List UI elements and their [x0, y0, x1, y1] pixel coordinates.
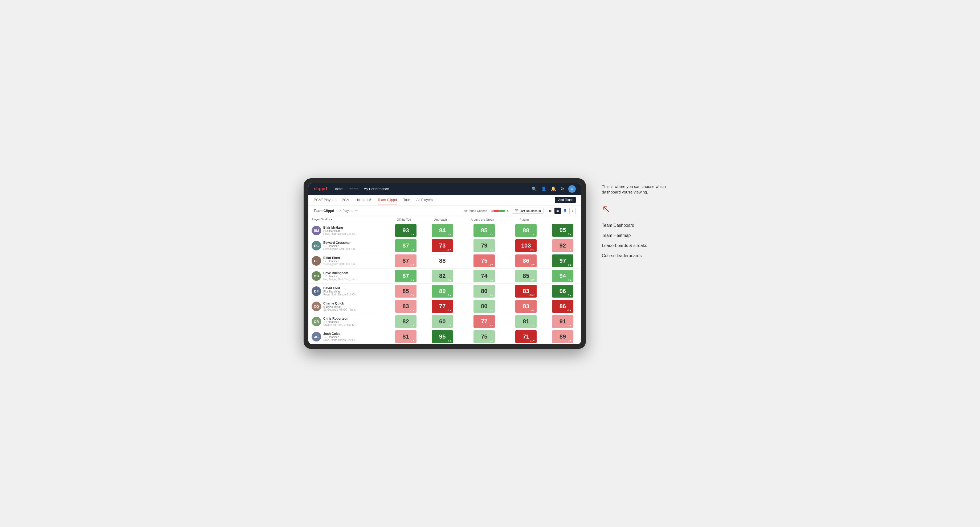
- subnav-tour[interactable]: Tour: [403, 198, 410, 205]
- score-cell-putting[interactable]: 89-2▼: [544, 329, 581, 344]
- score-cell-quality[interactable]: 871▲: [387, 238, 424, 253]
- score-cell-around-green[interactable]: 814▲: [508, 314, 544, 329]
- score-cell-approach[interactable]: 741▲: [461, 268, 508, 284]
- col-around-green[interactable]: Around the Green —: [461, 216, 508, 223]
- score-cell-quality[interactable]: 85-3▼: [387, 284, 424, 298]
- score-number: 81: [523, 319, 529, 324]
- edit-icon[interactable]: ✏: [355, 209, 358, 213]
- col-off-tee[interactable]: Off the Tee —: [387, 216, 424, 223]
- person-view-button[interactable]: 👤: [562, 208, 568, 214]
- grid-view-button[interactable]: ⊞: [547, 208, 554, 214]
- score-cell-putting[interactable]: 963▲: [544, 284, 581, 298]
- option-team-dashboard[interactable]: Team Dashboard: [602, 221, 676, 230]
- score-box: 83-3▼: [395, 300, 417, 313]
- score-number: 77: [481, 319, 487, 324]
- score-number: 94: [560, 273, 566, 279]
- score-change: -3▼: [410, 339, 415, 342]
- score-cell-approach[interactable]: 77-3▼: [461, 314, 508, 329]
- score-cell-quality[interactable]: 83-3▼: [387, 298, 424, 314]
- table-scroll[interactable]: Player Quality ▾ Off the Tee — Approach …: [309, 216, 581, 344]
- score-cell-putting[interactable]: 975▲: [544, 253, 581, 268]
- score-change: -3▼: [410, 309, 415, 312]
- player-cell[interactable]: EC Edward Crossman1-5 HandicapSunningdal…: [309, 238, 387, 253]
- download-button[interactable]: ↓: [570, 208, 576, 214]
- avatar[interactable]: U: [568, 185, 576, 193]
- score-cell-off-tee[interactable]: 958▲: [424, 329, 461, 344]
- col-approach[interactable]: Approach —: [424, 216, 461, 223]
- score-cell-off-tee[interactable]: 824▲: [424, 268, 461, 284]
- profile-icon[interactable]: 👤: [541, 186, 546, 191]
- search-icon[interactable]: 🔍: [531, 186, 537, 191]
- option-course-leaderboards[interactable]: Course leaderboards: [602, 251, 676, 261]
- svg-text:DB: DB: [314, 274, 319, 278]
- score-cell-quality[interactable]: 939▲: [387, 223, 424, 238]
- score-cell-approach[interactable]: 803▲: [461, 284, 508, 298]
- score-cell-off-tee[interactable]: 602▲: [424, 314, 461, 329]
- option-leaderboards[interactable]: Leaderboards & streaks: [602, 241, 676, 251]
- minus-label: -5: [490, 209, 493, 213]
- score-cell-putting[interactable]: 86-8▼: [544, 298, 581, 314]
- player-cell[interactable]: DF David FordPlus HandicapRoyal North De…: [309, 284, 387, 298]
- score-cell-around-green[interactable]: 86-6▼: [508, 253, 544, 268]
- team-header: Team Clippd | 14 Players ✏ 20 Round Chan…: [309, 205, 581, 216]
- score-cell-around-green[interactable]: 71-11▼: [508, 329, 544, 344]
- col-putting[interactable]: Putting —: [508, 216, 544, 223]
- score-number: 75: [481, 258, 487, 264]
- score-number: 86: [560, 303, 566, 309]
- subnav-pga[interactable]: PGA: [342, 198, 349, 205]
- player-name: David Ford: [323, 286, 358, 290]
- score-change: 1▲: [490, 309, 493, 312]
- score-cell-approach[interactable]: 801▲: [461, 298, 508, 314]
- player-cell[interactable]: CQ Charlie Quick6-10 HandicapSt. George'…: [309, 298, 387, 314]
- nav-item-teams[interactable]: Teams: [348, 186, 358, 192]
- player-club: Sunningdale Golf Club, United Kingdom: [323, 263, 358, 266]
- option-team-heatmap[interactable]: Team Heatmap: [602, 230, 676, 241]
- score-box: 858▲: [474, 224, 495, 237]
- score-change: -6▼: [530, 309, 535, 312]
- subnav-all[interactable]: All Players: [416, 198, 433, 205]
- score-cell-putting[interactable]: 92-3▼: [544, 238, 581, 253]
- subnav-hcaps[interactable]: Hcaps 1-5: [355, 198, 371, 205]
- score-cell-around-green[interactable]: 83-6▼: [508, 298, 544, 314]
- score-cell-approach[interactable]: 752▲: [461, 329, 508, 344]
- score-cell-off-tee[interactable]: 897▲: [424, 284, 461, 298]
- player-cell[interactable]: CR Chris Robertson1-5 HandicapCraigmilla…: [309, 314, 387, 329]
- last-rounds-button[interactable]: 📅 Last Rounds: 20: [512, 208, 544, 214]
- col-player[interactable]: Player Quality ▾: [309, 216, 387, 223]
- score-cell-off-tee[interactable]: 846▲: [424, 223, 461, 238]
- score-cell-quality[interactable]: 87-3▼: [387, 253, 424, 268]
- score-cell-quality[interactable]: 823▲: [387, 314, 424, 329]
- player-handicap: 1-5 Handicap: [323, 260, 358, 263]
- score-cell-putting[interactable]: 91-3▼: [544, 314, 581, 329]
- player-avatar: CQ: [312, 302, 321, 311]
- nav-item-performance[interactable]: My Performance: [363, 186, 389, 192]
- player-cell[interactable]: EE Elliot Ebert1-5 HandicapSunningdale G…: [309, 253, 387, 268]
- score-cell-putting[interactable]: 959▲: [544, 223, 581, 238]
- score-number: 73: [439, 243, 445, 249]
- player-cell[interactable]: DB Dave Billingham1-5 HandicapGog Magog …: [309, 268, 387, 284]
- score-cell-approach[interactable]: 75-3▼: [461, 253, 508, 268]
- score-cell-around-green[interactable]: 85-3▼: [508, 268, 544, 284]
- score-cell-quality[interactable]: 874▲: [387, 268, 424, 284]
- score-cell-around-green[interactable]: 88-1▼: [508, 223, 544, 238]
- subnav-team[interactable]: Team Clippd: [378, 198, 397, 205]
- heatmap-view-button[interactable]: ▦: [554, 208, 561, 214]
- score-cell-approach[interactable]: 799▲: [461, 238, 508, 253]
- score-cell-putting[interactable]: 941▲: [544, 268, 581, 284]
- player-cell[interactable]: JC Josh Coles1-5 HandicapRoyal North Dev…: [309, 329, 387, 344]
- score-cell-quality[interactable]: 81-3▼: [387, 329, 424, 344]
- score-cell-around-green[interactable]: 10315▲: [508, 238, 544, 253]
- score-cell-off-tee[interactable]: 88: [424, 253, 461, 268]
- score-cell-approach[interactable]: 858▲: [461, 223, 508, 238]
- nav-item-home[interactable]: Home: [333, 186, 343, 192]
- score-cell-off-tee[interactable]: 73-11▼: [424, 238, 461, 253]
- score-cell-around-green[interactable]: 83-10▼: [508, 284, 544, 298]
- score-box: 801▲: [474, 300, 495, 313]
- player-cell[interactable]: BM Blair McHargPlus HandicapRoyal North …: [309, 223, 387, 238]
- subnav-pgat[interactable]: PGAT Players: [314, 198, 335, 205]
- score-cell-off-tee[interactable]: 77-14▼: [424, 298, 461, 314]
- add-team-button[interactable]: Add Team: [555, 197, 576, 203]
- settings-icon[interactable]: ⚙: [560, 186, 564, 191]
- bell-icon[interactable]: 🔔: [551, 186, 556, 191]
- logo: clippd: [314, 186, 327, 192]
